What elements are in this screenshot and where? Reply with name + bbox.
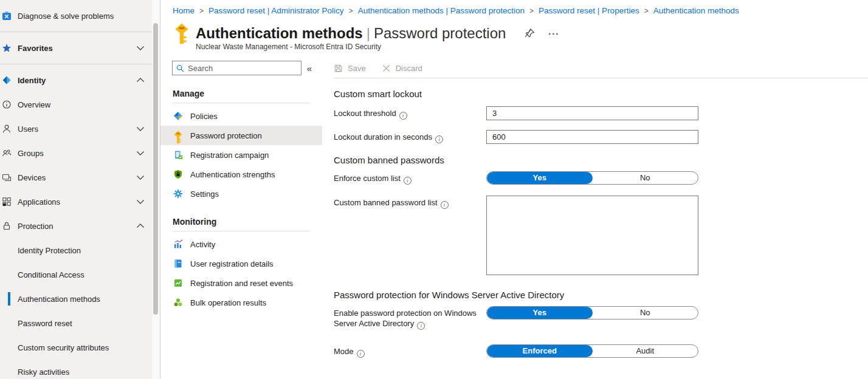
selection-indicator	[8, 292, 10, 306]
menu-item-registration-reset-events[interactable]: Registration and reset events	[160, 273, 322, 293]
diagnose-icon	[2, 11, 12, 21]
sidebar-item-identity[interactable]: Identity	[0, 68, 152, 92]
chevron-down-icon	[136, 174, 145, 180]
breadcrumb-separator: >	[644, 7, 649, 15]
field-label: Lockout duration in secondsi	[334, 130, 486, 143]
search-input[interactable]	[188, 64, 297, 73]
policies-icon	[173, 111, 183, 121]
sidebar-item-custom-security-attributes[interactable]: Custom security attributes	[0, 335, 152, 360]
toggle-option-yes[interactable]: Yes	[487, 172, 593, 184]
password-protection-key-icon	[173, 131, 183, 140]
breadcrumb: Home > Password reset | Administrator Po…	[173, 6, 739, 15]
info-icon[interactable]: i	[435, 135, 443, 143]
menu-panel: « Manage Policies Password protection Re…	[160, 59, 322, 379]
field-custom-banned-list: Custom banned password listi	[334, 196, 868, 275]
breadcrumb-link-password-reset-properties[interactable]: Password reset | Properties	[539, 6, 639, 15]
menu-section-heading: Monitoring	[173, 217, 322, 227]
main-content: Save Discard Custom smart lockout Lockou…	[334, 59, 868, 379]
sidebar-item-applications[interactable]: Applications	[0, 189, 152, 214]
menu-item-user-registration-details[interactable]: User registration details	[160, 254, 322, 273]
sidebar-item-password-reset[interactable]: Password reset	[0, 311, 152, 335]
info-icon[interactable]: i	[357, 350, 365, 358]
discard-button[interactable]: Discard	[382, 64, 422, 73]
chevron-down-icon	[136, 199, 145, 205]
sidebar-item-label: Authentication methods	[18, 295, 100, 304]
info-icon[interactable]: i	[417, 322, 425, 330]
menu-item-bulk-operation-results[interactable]: Bulk operation results	[160, 293, 322, 312]
field-label-text: Enforce custom list	[334, 174, 401, 183]
info-icon[interactable]: i	[399, 112, 407, 120]
divider	[173, 103, 310, 103]
protection-lock-icon	[2, 221, 12, 231]
toggle-option-enforced[interactable]: Enforced	[487, 345, 593, 357]
authentication-strengths-icon	[173, 169, 183, 179]
favorites-star-icon	[2, 43, 12, 53]
custom-banned-password-list-textarea[interactable]	[486, 196, 698, 275]
section-heading-smart-lockout: Custom smart lockout	[334, 89, 868, 99]
breadcrumb-link-home[interactable]: Home	[173, 6, 195, 15]
pin-icon[interactable]	[524, 28, 535, 39]
overview-info-icon	[2, 100, 12, 109]
sidebar-scrollbar-track[interactable]	[152, 0, 160, 379]
field-lockout-duration: Lockout duration in secondsi	[334, 130, 868, 144]
sidebar-item-overview[interactable]: Overview	[0, 92, 152, 117]
breadcrumb-link-authentication-methods[interactable]: Authentication methods	[653, 6, 739, 15]
registration-campaign-icon	[173, 150, 183, 160]
save-button[interactable]: Save	[334, 64, 366, 73]
sidebar-item-label: Favorites	[18, 44, 136, 53]
field-mode: Modei Enforced Audit	[334, 344, 868, 358]
divider	[334, 78, 868, 78]
breadcrumb-separator: >	[199, 7, 204, 15]
discard-label: Discard	[396, 64, 422, 73]
lockout-duration-input[interactable]	[486, 130, 698, 144]
sidebar-item-diagnose[interactable]: Diagnose & solve problems	[0, 4, 152, 28]
field-label-text: Enable password protection on Windows Se…	[334, 309, 477, 328]
menu-item-label: Registration campaign	[190, 151, 269, 160]
sidebar-scrollbar-thumb[interactable]	[153, 23, 158, 315]
sidebar-item-label: Identity	[18, 76, 136, 85]
sidebar-item-identity-protection[interactable]: Identity Protection	[0, 238, 152, 262]
left-sidebar: Diagnose & solve problems Favorites Iden…	[0, 0, 152, 379]
field-label-text: Custom banned password list	[334, 198, 438, 207]
sidebar-item-devices[interactable]: Devices	[0, 165, 152, 189]
chevron-down-icon	[136, 126, 145, 132]
sidebar-item-risky-activities[interactable]: Risky activities	[0, 360, 152, 379]
toggle-option-yes[interactable]: Yes	[487, 307, 593, 319]
chevron-down-icon	[136, 150, 145, 156]
page-title-secondary: Password protection	[374, 25, 506, 41]
toggle-option-no[interactable]: No	[593, 307, 698, 319]
settings-gear-icon	[173, 189, 183, 199]
menu-item-activity[interactable]: Activity	[160, 234, 322, 254]
breadcrumb-separator: >	[349, 7, 353, 15]
breadcrumb-link-auth-methods-password-protection[interactable]: Authentication methods | Password protec…	[358, 6, 525, 15]
toggle-option-audit[interactable]: Audit	[593, 345, 698, 357]
key-icon	[174, 23, 190, 44]
menu-item-label: User registration details	[190, 259, 274, 268]
menu-item-registration-campaign[interactable]: Registration campaign	[160, 145, 322, 165]
menu-item-authentication-strengths[interactable]: Authentication strengths	[160, 165, 322, 184]
menu-item-password-protection[interactable]: Password protection	[160, 126, 322, 145]
lockout-threshold-input[interactable]	[486, 106, 698, 120]
sidebar-item-users[interactable]: Users	[0, 117, 152, 141]
sidebar-item-label: Applications	[18, 197, 136, 207]
menu-section-heading: Manage	[173, 89, 322, 98]
toggle-option-no[interactable]: No	[593, 172, 698, 184]
menu-item-policies[interactable]: Policies	[160, 106, 322, 126]
menu-item-label: Authentication strengths	[190, 170, 275, 179]
menu-item-label: Activity	[190, 240, 215, 249]
info-icon[interactable]: i	[404, 177, 412, 185]
field-enable-windows-protection: Enable password protection on Windows Se…	[334, 306, 868, 330]
registration-reset-events-icon	[173, 278, 183, 288]
sidebar-item-favorites[interactable]: Favorites	[0, 36, 152, 60]
info-icon[interactable]: i	[441, 201, 449, 209]
menu-item-label: Bulk operation results	[190, 298, 266, 307]
sidebar-item-conditional-access[interactable]: Conditional Access	[0, 262, 152, 287]
collapse-panel-button[interactable]: «	[301, 63, 317, 73]
menu-item-label: Registration and reset events	[190, 279, 293, 288]
sidebar-item-protection[interactable]: Protection	[0, 214, 152, 238]
more-options-icon[interactable]: ···	[548, 29, 559, 39]
sidebar-item-groups[interactable]: Groups	[0, 141, 152, 165]
sidebar-item-authentication-methods[interactable]: Authentication methods	[0, 287, 152, 311]
breadcrumb-link-password-reset-admin-policy[interactable]: Password reset | Administrator Policy	[208, 6, 344, 15]
menu-item-settings[interactable]: Settings	[160, 184, 322, 203]
